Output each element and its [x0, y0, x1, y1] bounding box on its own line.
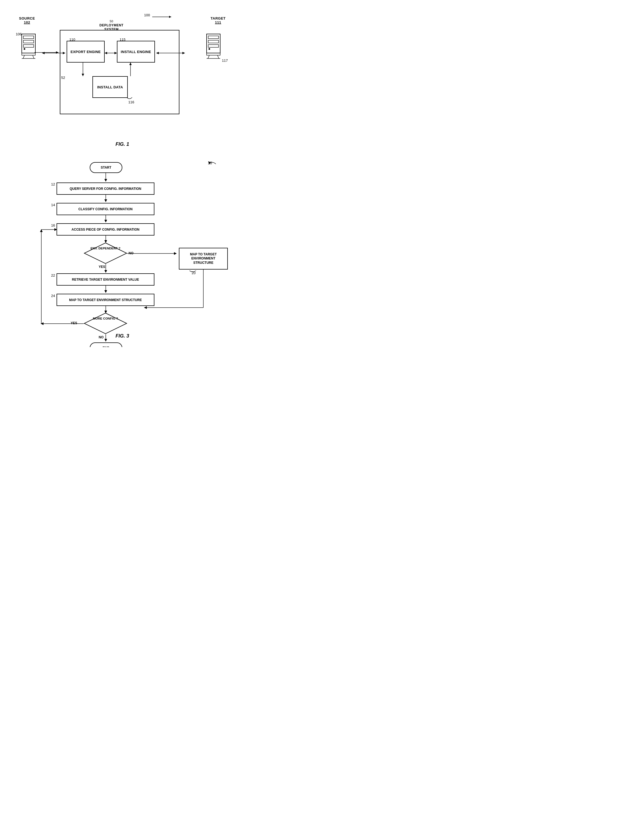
- arrow-start-12: [105, 173, 106, 183]
- arrow-14-16: [105, 215, 106, 223]
- arrow-d2-yes-right: [41, 229, 58, 230]
- arrow-20-d2: [203, 270, 204, 309]
- arrow-d1-no: [127, 253, 179, 254]
- step22-box: RETRIEVE TARGET ENVIRONMENT VALUE: [57, 273, 154, 285]
- svg-rect-14: [208, 45, 219, 47]
- svg-point-6: [24, 48, 25, 50]
- svg-marker-46: [144, 306, 147, 309]
- step16-box: ACCESS PIECE OF CONFIG. INFORMATION: [57, 223, 154, 236]
- export-engine-box: EXPORT ENGINE: [67, 41, 105, 63]
- svg-marker-1: [169, 16, 171, 18]
- arrow-export-install: [105, 50, 118, 56]
- diamond1-container: ENV. DEPENDENT ?: [84, 242, 127, 264]
- no2-label: NO: [99, 335, 104, 339]
- svg-line-8: [23, 55, 24, 58]
- arrow-src-to-deploy: [35, 50, 62, 55]
- arrow-export-data: [80, 63, 86, 77]
- diamond1-text: ENV. DEPENDENT ?: [87, 246, 124, 251]
- arrow-22-24: [105, 285, 106, 294]
- svg-rect-4: [24, 40, 34, 43]
- source-server-icon: [19, 33, 41, 60]
- ref-22: 22: [51, 273, 55, 277]
- fig1-caption: FIG. 1: [11, 142, 234, 147]
- install-engine-box: INSTALL ENGINE: [117, 41, 155, 63]
- arrow-data-install: [128, 63, 133, 77]
- ref-52: 52: [61, 76, 65, 80]
- ref-14: 14: [51, 203, 55, 207]
- arrow-d2-yes-h: [41, 323, 84, 324]
- target-label: TARGET 111: [211, 16, 226, 24]
- svg-marker-43: [104, 290, 107, 293]
- fig1-diagram: 100 SOURCE 102 TARGET 111 50 DEPLOYMENTS…: [11, 8, 234, 139]
- arrow-20-to-d2-h: [144, 307, 204, 308]
- svg-marker-57: [104, 339, 107, 342]
- arrow-12-14: [105, 195, 106, 203]
- svg-marker-34: [104, 220, 107, 222]
- ref-106: 106: [16, 32, 22, 36]
- yes1-label: YES: [99, 265, 105, 269]
- arrow-install-target: [155, 50, 187, 56]
- ref-12: 12: [51, 182, 55, 186]
- yes2-label: YES: [71, 321, 77, 325]
- ref-24: 24: [51, 294, 55, 298]
- deployment-label: 50 DEPLOYMENTSYSTEM: [90, 19, 133, 31]
- ref-110: 110: [69, 38, 75, 42]
- step12-box: QUERY SERVER FOR CONFIG. INFORMATION: [57, 183, 154, 195]
- step14-box: CLASSIFY CONFIG. INFORMATION: [57, 203, 154, 215]
- svg-marker-41: [174, 252, 177, 255]
- svg-rect-5: [24, 45, 34, 47]
- svg-rect-11: [206, 34, 220, 53]
- svg-marker-39: [104, 270, 107, 273]
- svg-rect-2: [22, 34, 35, 53]
- svg-rect-13: [208, 40, 219, 43]
- svg-rect-7: [22, 53, 35, 55]
- svg-marker-49: [84, 313, 127, 334]
- svg-marker-37: [84, 243, 127, 263]
- svg-marker-32: [104, 199, 107, 202]
- diamond2-text: MORE CONFIG ?: [87, 317, 124, 321]
- ref-100: 100: [144, 13, 150, 17]
- svg-line-9: [33, 55, 34, 58]
- ref-115: 115: [120, 38, 126, 42]
- svg-rect-12: [208, 36, 219, 39]
- end-box: END: [90, 342, 122, 347]
- target-server-icon: [204, 33, 226, 60]
- svg-line-18: [217, 55, 219, 58]
- diamond2-container: MORE CONFIG ?: [84, 312, 127, 334]
- arrow-d1-22: [105, 264, 106, 274]
- source-label: SOURCE 102: [19, 16, 35, 24]
- svg-point-15: [208, 48, 210, 50]
- arrow-d2-no: [105, 334, 106, 342]
- svg-marker-30: [104, 179, 107, 182]
- svg-rect-3: [24, 36, 34, 39]
- box20: MAP TO TARGET ENVIRONMENT STRUCTURE: [179, 248, 228, 270]
- ref-117: 117: [222, 58, 228, 63]
- ref-16: 16: [51, 223, 55, 227]
- svg-line-17: [208, 55, 209, 58]
- fig3-diagram: 10 START 12 QUERY SERVER FOR CONFIG. INF…: [11, 158, 234, 332]
- arrow-d2-yes-up: [41, 229, 42, 325]
- start-box: START: [90, 162, 122, 173]
- svg-rect-16: [206, 53, 220, 55]
- step24-box: MAP TO TARGET ENVIRONMENT STRUCTURE: [57, 294, 154, 306]
- install-data-box: INSTALL DATA: [93, 76, 128, 98]
